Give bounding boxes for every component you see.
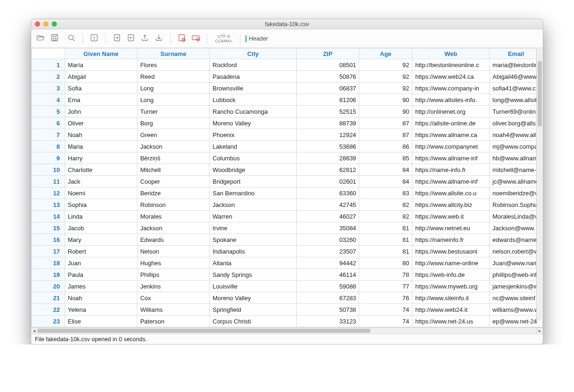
cell[interactable]: https://www.web.it (412, 211, 490, 222)
zoom-window-button[interactable] (52, 21, 57, 27)
cell[interactable]: Flores (137, 59, 210, 71)
cell[interactable]: 52515 (297, 106, 360, 117)
cell[interactable]: Noah (65, 129, 137, 141)
cell[interactable]: 67283 (297, 292, 360, 304)
save-file-button[interactable] (48, 32, 61, 45)
cell[interactable]: https://www.allsite.co.u (412, 187, 490, 199)
cell[interactable]: https://web-info.de (412, 269, 490, 281)
cell[interactable]: nc@www.siteinf (490, 292, 543, 304)
cell[interactable]: Mary (65, 234, 137, 246)
cell[interactable]: Borg (137, 117, 210, 129)
horizontal-scroll-thumb[interactable] (38, 329, 370, 333)
cell[interactable]: 82 (359, 199, 412, 211)
cell[interactable]: https://www.bestusaonl (412, 246, 490, 257)
cell[interactable]: 90 (359, 94, 412, 106)
cell[interactable]: oliver.borg@alls (490, 117, 543, 129)
cell[interactable]: Reed (137, 71, 210, 83)
cell[interactable]: https://www.allname-inf (412, 152, 490, 164)
horizontal-scrollbar[interactable]: ◂ ▸ (31, 327, 543, 334)
table-row[interactable]: 6OliverBorgMoreno Valley8873987https://a… (31, 117, 543, 129)
table-row[interactable]: 11JackCooperBridgeport0260184https://www… (31, 176, 543, 187)
table-row[interactable]: 23ElisePatersonCorpus Christi3312374http… (31, 316, 543, 327)
cell[interactable]: Bērziņš (137, 152, 210, 164)
row-number[interactable]: 10 (31, 164, 65, 176)
cell[interactable]: Nelson (137, 246, 210, 257)
cell[interactable]: 08501 (297, 59, 360, 71)
cell[interactable]: Louisville (210, 281, 296, 292)
cell[interactable]: noemiberidze@w (490, 187, 543, 199)
table-row[interactable]: 3SofiaLongBrownsville0683792https://www.… (31, 83, 543, 94)
row-number[interactable]: 23 (31, 316, 65, 327)
cell[interactable]: Cox (137, 292, 210, 304)
vertical-scroll-thumb[interactable] (538, 61, 542, 126)
cell[interactable]: Noah (65, 292, 137, 304)
cell[interactable]: Long (137, 94, 210, 106)
cell[interactable]: Jenkins (137, 281, 210, 292)
cell[interactable]: Noemi (65, 187, 137, 199)
cell[interactable]: María (65, 59, 137, 71)
cell[interactable]: 78 (359, 269, 412, 281)
cell[interactable]: edwards@name (490, 234, 543, 246)
cell[interactable]: 81 (359, 234, 412, 246)
close-window-button[interactable] (35, 21, 40, 27)
cell[interactable]: Charlotte (65, 164, 137, 176)
table-row[interactable]: 7NoahGreenPhoenix1292487https://www.alln… (31, 129, 543, 141)
cell[interactable]: Sandy Springs (210, 269, 296, 281)
cell[interactable]: Oliver (65, 117, 137, 129)
cell[interactable]: williams@www.w (490, 304, 543, 316)
delete-column-button[interactable] (189, 32, 202, 45)
cell[interactable]: 85 (359, 152, 412, 164)
cell[interactable]: 50876 (297, 71, 360, 83)
cell[interactable]: Abigail46@www (490, 71, 543, 83)
cell[interactable]: https://www.web24.ca (412, 71, 490, 83)
cell[interactable]: Moreno Valley (210, 117, 296, 129)
cell[interactable]: Rancho Cucamonga (210, 106, 296, 117)
table-row[interactable]: 17RobertNelsonIndianapolis2350781https:/… (31, 246, 543, 257)
cell[interactable]: 74 (359, 316, 412, 327)
cell[interactable]: Woodbridge (210, 164, 296, 176)
cell[interactable]: maria@bestonline (490, 59, 543, 71)
row-number[interactable]: 3 (31, 83, 65, 94)
cell[interactable]: Robert (65, 246, 137, 257)
cell[interactable]: Atlanta (210, 257, 296, 269)
cell[interactable]: http://www.companynet (412, 141, 490, 152)
import-button[interactable] (110, 32, 123, 45)
export-button[interactable] (124, 32, 137, 45)
find-button[interactable] (65, 32, 78, 45)
cell[interactable]: http://www.name-online (412, 257, 490, 269)
column-header[interactable]: Email (490, 48, 543, 59)
cell[interactable]: 35084 (297, 222, 360, 234)
table-row[interactable]: 19PaulaPhillipsSandy Springs4611478https… (31, 269, 543, 281)
row-number[interactable]: 15 (31, 222, 65, 234)
cell[interactable]: hb@www.allnam (490, 152, 543, 164)
cell[interactable]: 84 (359, 164, 412, 176)
cell[interactable]: Lakeland (210, 141, 296, 152)
row-number[interactable]: 12 (31, 187, 65, 199)
cell[interactable]: 77 (359, 281, 412, 292)
cell[interactable]: Elise (65, 316, 137, 327)
cell[interactable]: Yelena (65, 304, 137, 316)
cell[interactable]: Moreno Valley (210, 292, 296, 304)
cell[interactable]: long@www.allsit (490, 94, 543, 106)
cell[interactable]: Jackson@www. (490, 222, 543, 234)
table-row[interactable]: 10CharlotteMitchellWoodbridge6281284http… (31, 164, 543, 176)
cell[interactable]: jamesjenkins@w (490, 281, 543, 292)
cell[interactable]: mitchell@name- (490, 164, 543, 176)
cell[interactable]: Juan@www.nam (490, 257, 543, 269)
cell[interactable]: 94442 (297, 257, 360, 269)
cell[interactable]: http://onlinenet.org (412, 106, 490, 117)
cell[interactable]: 46114 (297, 269, 360, 281)
scroll-left-arrow-icon[interactable]: ◂ (31, 328, 38, 334)
table-row[interactable]: 16MaryEdwardsSpokane0326081https://namei… (31, 234, 543, 246)
cell[interactable]: https://www.allcity.biz (412, 199, 490, 211)
cell[interactable]: Jackson (210, 199, 296, 211)
row-number[interactable]: 14 (31, 211, 65, 222)
row-number[interactable]: 20 (31, 281, 65, 292)
cell[interactable]: 82 (359, 211, 412, 222)
cell[interactable]: 06837 (297, 83, 360, 94)
cell[interactable]: nelson.robert@w (490, 246, 543, 257)
cell[interactable]: 12924 (297, 129, 360, 141)
minimize-window-button[interactable] (43, 21, 48, 27)
row-number[interactable]: 21 (31, 292, 65, 304)
cell[interactable]: Hughes (137, 257, 210, 269)
